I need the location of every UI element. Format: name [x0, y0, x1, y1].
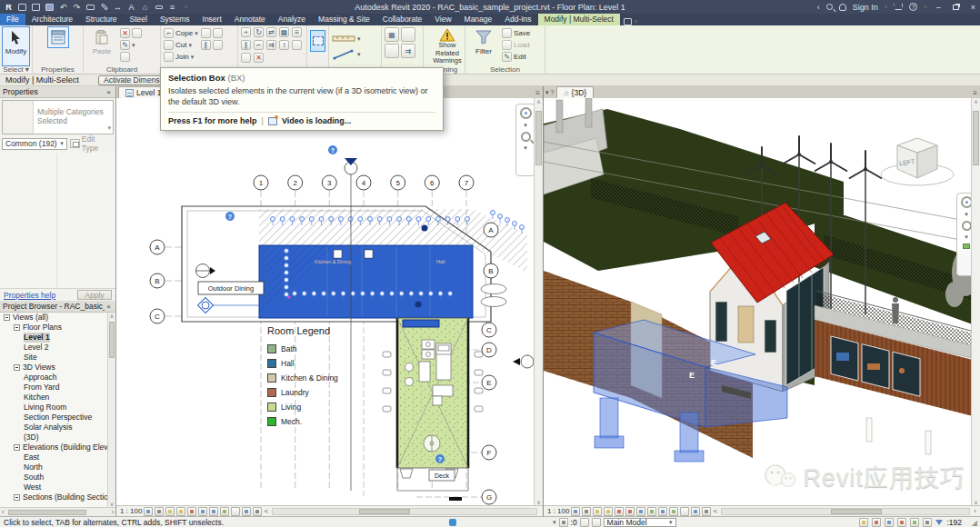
- sign-in-caret-icon[interactable]: ▾: [885, 4, 888, 11]
- rotate-icon[interactable]: ↻: [254, 27, 264, 37]
- worksharing-display-icon[interactable]: [702, 507, 711, 516]
- right-view-tab-menu-icon[interactable]: ≡: [973, 89, 977, 97]
- crop-region-icon[interactable]: [636, 507, 645, 516]
- ribbon-state-icon[interactable]: [624, 18, 632, 25]
- expand-icon[interactable]: [14, 364, 20, 371]
- close-button[interactable]: ×: [968, 3, 978, 12]
- load-selection-label[interactable]: Load: [514, 41, 530, 49]
- left-view-scroll-up[interactable]: ∧: [535, 98, 543, 104]
- roof-hatch[interactable]: [259, 209, 473, 245]
- pin-icon[interactable]: [292, 40, 302, 50]
- modify-button[interactable]: Modify: [3, 27, 29, 65]
- wall-joins-icon[interactable]: [213, 28, 223, 38]
- door[interactable]: [738, 306, 754, 343]
- ribbon-tab-collaborate[interactable]: Collaborate: [376, 14, 428, 25]
- match-type-icon[interactable]: ✎: [120, 40, 130, 50]
- elevation-marker-top[interactable]: [345, 158, 357, 174]
- selection-box-button[interactable]: [310, 30, 325, 52]
- left-view-tab-menu-icon[interactable]: ≡: [535, 89, 540, 97]
- temporary-view-properties-icon[interactable]: [680, 507, 689, 516]
- grid-bubble-6[interactable]: 6: [425, 175, 439, 190]
- temporary-view-properties-icon[interactable]: [231, 507, 240, 516]
- grid-bubble-left-A[interactable]: A: [150, 240, 165, 254]
- view-3d-canvas[interactable]: EE: [544, 98, 980, 505]
- right-view-scroll-up[interactable]: ∧: [972, 98, 980, 104]
- show-related-warnings-button[interactable]: Show Related Warnings: [426, 27, 468, 65]
- zoom-caret-icon[interactable]: ▾: [965, 234, 968, 241]
- select-panel-label[interactable]: Select ▾: [0, 65, 32, 75]
- redo-icon[interactable]: ↷: [72, 3, 82, 12]
- temporary-hide-isolate-icon[interactable]: [658, 507, 667, 516]
- paste-button[interactable]: Paste: [86, 27, 117, 65]
- view-tab-3d[interactable]: ⌂ {3D}: [556, 86, 594, 98]
- grid-bubble-2[interactable]: 2: [288, 175, 303, 190]
- minimize-button[interactable]: –: [934, 3, 944, 12]
- browser-item-north[interactable]: North: [0, 462, 107, 472]
- expand-icon[interactable]: [14, 444, 20, 451]
- crop-view-icon[interactable]: [625, 507, 635, 516]
- wheel-caret-icon[interactable]: ▾: [965, 211, 968, 218]
- plan-symbol[interactable]: [365, 250, 373, 258]
- grid-bubble-4[interactable]: 4: [356, 175, 371, 190]
- unpin-icon[interactable]: [241, 53, 251, 63]
- file-menu-icon[interactable]: [17, 3, 27, 12]
- browser-vscrollbar[interactable]: ∧ ∨: [107, 313, 115, 507]
- background-process-icon[interactable]: [923, 518, 932, 527]
- match-caret-icon[interactable]: ▾: [132, 42, 135, 49]
- create-similar-icon[interactable]: [401, 27, 415, 42]
- viewcube[interactable]: LEFT: [876, 125, 958, 191]
- help-caret-icon[interactable]: ▾: [924, 4, 927, 11]
- beam-joins-icon[interactable]: [201, 28, 211, 38]
- floor-plan-canvas[interactable]: Kitchen & Dining Hall: [116, 98, 543, 505]
- resize-grip[interactable]: ◢: [972, 517, 978, 527]
- ribbon-tab-annotate[interactable]: Annotate: [228, 14, 272, 25]
- ribbon-tab-architecture[interactable]: Architecture: [25, 14, 79, 25]
- grid-bubble-right-D[interactable]: D: [482, 343, 496, 357]
- cope-label[interactable]: Cope: [175, 29, 193, 37]
- join-caret-icon[interactable]: ▾: [191, 54, 195, 61]
- shadows-icon[interactable]: [176, 507, 185, 516]
- ribbon-tab-view[interactable]: View: [428, 14, 457, 25]
- view-help-icon[interactable]: ?: [551, 89, 555, 95]
- browser-item-views-all[interactable]: Views (all): [0, 313, 107, 323]
- browser-item-3d[interactable]: (3D): [0, 433, 107, 442]
- undo-icon[interactable]: ↶: [58, 3, 68, 12]
- collapse-search-icon[interactable]: ‹: [817, 3, 820, 12]
- left-navigation-bar[interactable]: ▾ ▾: [515, 104, 535, 176]
- measure2-caret-icon[interactable]: ▾: [357, 51, 361, 58]
- cut-label[interactable]: Cut: [175, 41, 186, 49]
- qat-customize-icon[interactable]: ▾: [181, 3, 191, 12]
- grid-bubble-right-G[interactable]: G: [482, 490, 496, 504]
- right-view-hscrollbar[interactable]: [721, 508, 970, 515]
- paint-icon[interactable]: [120, 52, 130, 62]
- visual-style-icon[interactable]: [155, 507, 164, 516]
- clipboard-panel-label[interactable]: Clipboard: [84, 65, 160, 75]
- browser-item-kitchen[interactable]: Kitchen: [0, 393, 107, 403]
- visual-style-icon[interactable]: [582, 507, 591, 516]
- ribbon-tab-steel[interactable]: Steel: [124, 14, 154, 25]
- collapse-bar-icon[interactable]: <: [713, 507, 717, 515]
- align-icon[interactable]: ≡: [292, 27, 302, 37]
- load-selection-icon[interactable]: [502, 40, 512, 50]
- selected-column-dot[interactable]: [422, 225, 428, 232]
- section-marker-right[interactable]: [513, 355, 534, 368]
- selection-filter-icon[interactable]: [935, 520, 943, 525]
- app-store-cart-icon[interactable]: [894, 4, 903, 10]
- corner-resize-icon[interactable]: ›: [974, 507, 976, 515]
- browser-item-east[interactable]: East: [0, 452, 107, 462]
- cut-caret-icon[interactable]: ▾: [188, 42, 192, 49]
- grid-bubble-7[interactable]: 7: [459, 175, 474, 190]
- editing-requests-icon[interactable]: [580, 518, 589, 527]
- grid-bubble-right-C[interactable]: C: [482, 323, 496, 337]
- print-icon[interactable]: [85, 3, 95, 12]
- ribbon-tab-structure[interactable]: Structure: [79, 14, 124, 25]
- browser-item-south[interactable]: South: [0, 472, 107, 482]
- grid-bubble-5[interactable]: 5: [391, 175, 405, 190]
- reveal-constraints-icon[interactable]: [242, 507, 251, 516]
- join-label[interactable]: Join: [175, 53, 189, 61]
- drag-on-selection-icon[interactable]: [910, 518, 919, 527]
- select-underlay-icon[interactable]: [885, 518, 894, 527]
- sign-in-button[interactable]: Sign In: [853, 3, 878, 12]
- properties-panel-label[interactable]: Properties: [33, 65, 83, 75]
- left-view-vscroll-thumb[interactable]: [535, 111, 542, 165]
